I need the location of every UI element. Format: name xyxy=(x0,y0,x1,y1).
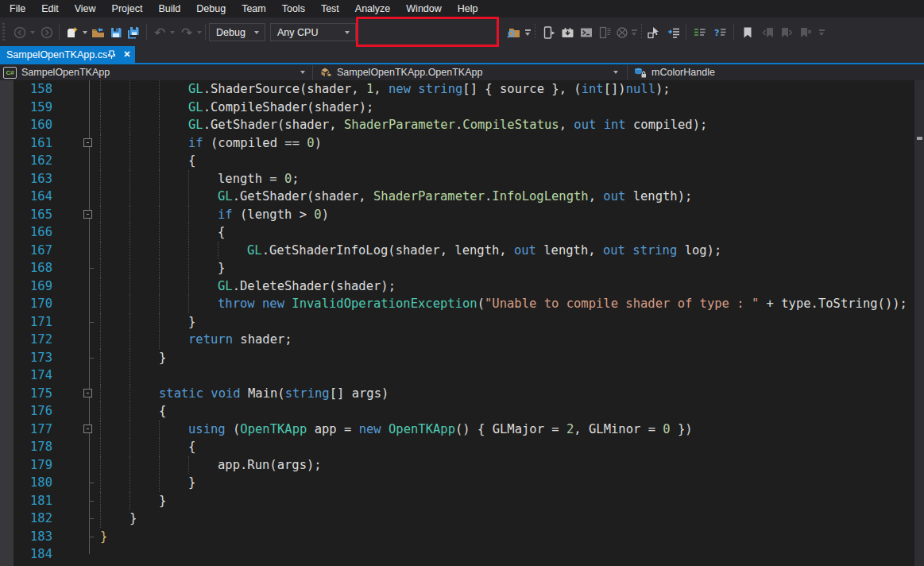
device-log-button[interactable] xyxy=(597,25,612,40)
comment-lines-button[interactable] xyxy=(692,25,706,40)
solution-configuration-dropdown[interactable]: Debug xyxy=(209,23,265,41)
code-line-162[interactable]: 162{ xyxy=(0,152,914,170)
code-line-161[interactable]: 161-if (compiled == 0) xyxy=(0,134,914,153)
emulator-manager-button[interactable] xyxy=(560,25,574,40)
menu-item-tools[interactable]: Tools xyxy=(274,0,313,17)
menu-item-file[interactable]: File xyxy=(2,0,33,17)
type-dropdown[interactable]: SampelOpenTKApp.OpenTKApp xyxy=(315,64,625,80)
code-line-166[interactable]: 166{ xyxy=(0,223,914,242)
code-editor[interactable]: 158GL.ShaderSource(shader, 1, new string… xyxy=(0,80,924,566)
code-line-158[interactable]: 158GL.ShaderSource(shader, 1, new string… xyxy=(0,80,914,99)
navigate-backward-button[interactable] xyxy=(13,25,27,40)
code-line-159[interactable]: 159GL.CompileShader(shader); xyxy=(0,99,914,117)
solution-platform-value: Any CPU xyxy=(271,27,345,38)
code-text: throw new InvalidOperationException("Una… xyxy=(218,295,907,313)
next-bookmark-button[interactable] xyxy=(779,25,794,40)
indent-guide xyxy=(130,170,131,188)
menu-item-view[interactable]: View xyxy=(67,0,104,17)
redo-button[interactable]: ↷ xyxy=(180,25,194,40)
code-line-164[interactable]: 164GL.GetShader(shader, ShaderParameter.… xyxy=(0,188,914,206)
vertical-scrollbar[interactable] xyxy=(914,80,924,566)
code-text: } xyxy=(188,474,195,492)
new-project-button[interactable] xyxy=(65,25,79,40)
navigate-forward-button[interactable] xyxy=(40,25,54,40)
clear-bookmarks-button[interactable] xyxy=(798,25,813,40)
tab-sampelopentkapp[interactable]: SampelOpenTKApp.cs ✕ xyxy=(0,46,135,63)
undo-button[interactable]: ↶ xyxy=(153,25,167,40)
code-line-179[interactable]: 179app.Run(args); xyxy=(0,456,914,475)
code-line-167[interactable]: 167GL.GetShaderInfoLog(shader, length, o… xyxy=(0,242,914,260)
fold-toggle[interactable]: - xyxy=(83,210,92,219)
save-button[interactable] xyxy=(109,25,123,40)
find-in-files-button[interactable] xyxy=(506,25,520,40)
toolbar-overflow-dropdown[interactable] xyxy=(524,25,532,40)
uncomment-lines-button[interactable]: ? xyxy=(713,25,727,40)
undo-dropdown[interactable] xyxy=(168,25,176,40)
code-line-160[interactable]: 160GL.GetShader(shader, ShaderParameter.… xyxy=(0,116,914,134)
code-line-180[interactable]: 180} xyxy=(0,474,914,492)
indent-guide xyxy=(130,349,131,367)
indent-guide xyxy=(130,223,131,242)
toggle-bookmark-button[interactable] xyxy=(740,25,755,40)
toolbar-grip[interactable] xyxy=(2,23,5,41)
pin-icon[interactable] xyxy=(107,50,116,60)
code-line-183[interactable]: 183} xyxy=(0,528,914,546)
inspect-element-button[interactable] xyxy=(647,25,661,40)
fold-toggle[interactable]: - xyxy=(83,389,92,397)
toolbar-overflow-dropdown[interactable] xyxy=(630,25,638,40)
previous-bookmark-button[interactable] xyxy=(760,25,775,40)
code-line-184[interactable]: 184 xyxy=(0,545,914,564)
code-line-176[interactable]: 176{ xyxy=(0,402,914,421)
code-area[interactable]: 158GL.ShaderSource(shader, 1, new string… xyxy=(0,80,914,566)
svg-text:?: ? xyxy=(714,28,719,38)
code-line-181[interactable]: 181} xyxy=(0,492,914,510)
code-line-178[interactable]: 178{ xyxy=(0,438,914,456)
fold-toggle[interactable]: - xyxy=(83,138,92,147)
new-project-dropdown[interactable] xyxy=(81,25,89,40)
code-text: } xyxy=(159,349,166,367)
code-line-172[interactable]: 172return shader; xyxy=(0,331,914,349)
member-dropdown[interactable]: mColorHandle xyxy=(630,64,924,80)
menu-item-analyze[interactable]: Analyze xyxy=(347,0,398,17)
sdb-terminal-button[interactable] xyxy=(579,25,593,40)
indent-guide xyxy=(100,152,102,170)
indent-guide xyxy=(159,206,160,224)
menu-item-edit[interactable]: Edit xyxy=(33,0,67,17)
solution-platform-dropdown[interactable]: Any CPU xyxy=(270,23,356,41)
menu-item-window[interactable]: Window xyxy=(398,0,449,17)
code-line-165[interactable]: 165-if (length > 0) xyxy=(0,206,914,224)
project-dropdown[interactable]: C# SampelOpenTKApp xyxy=(0,64,311,80)
code-line-168[interactable]: 168} xyxy=(0,259,914,277)
open-file-button[interactable] xyxy=(91,25,105,40)
toolbar-overflow-dropdown[interactable] xyxy=(818,25,825,40)
navigate-backward-dropdown[interactable] xyxy=(29,25,37,40)
indent-guide xyxy=(159,421,160,439)
fold-toggle[interactable]: - xyxy=(83,424,92,433)
deploy-to-device-button[interactable] xyxy=(541,25,555,40)
line-number: 173 xyxy=(14,349,52,367)
save-all-button[interactable] xyxy=(126,25,141,40)
terminal-icon xyxy=(580,26,593,39)
code-line-170[interactable]: 170throw new InvalidOperationException("… xyxy=(0,295,914,313)
code-line-171[interactable]: 171} xyxy=(0,313,914,331)
comment-lines-icon xyxy=(693,26,706,39)
redo-icon: ↷ xyxy=(181,26,192,39)
menu-item-project[interactable]: Project xyxy=(104,0,151,17)
menu-item-help[interactable]: Help xyxy=(450,0,486,17)
web-simulator-button[interactable] xyxy=(615,25,629,40)
code-line-173[interactable]: 173} xyxy=(0,349,914,367)
code-line-169[interactable]: 169GL.DeleteShader(shader); xyxy=(0,277,914,296)
redo-dropdown[interactable] xyxy=(195,25,203,40)
menu-item-test[interactable]: Test xyxy=(313,0,347,17)
close-icon[interactable]: ✕ xyxy=(123,49,130,60)
code-line-174[interactable]: 174 xyxy=(0,366,914,385)
code-line-177[interactable]: 177-using (OpenTKApp app = new OpenTKApp… xyxy=(0,421,914,439)
code-line-182[interactable]: 182} xyxy=(0,510,914,528)
menu-item-team[interactable]: Team xyxy=(234,0,274,17)
menu-item-debug[interactable]: Debug xyxy=(188,0,234,17)
indent-guide xyxy=(130,80,131,99)
menu-item-build[interactable]: Build xyxy=(150,0,188,17)
code-line-175[interactable]: 175-static void Main(string[] args) xyxy=(0,385,914,403)
code-line-163[interactable]: 163length = 0; xyxy=(0,170,914,188)
format-indent-button[interactable] xyxy=(667,25,681,40)
